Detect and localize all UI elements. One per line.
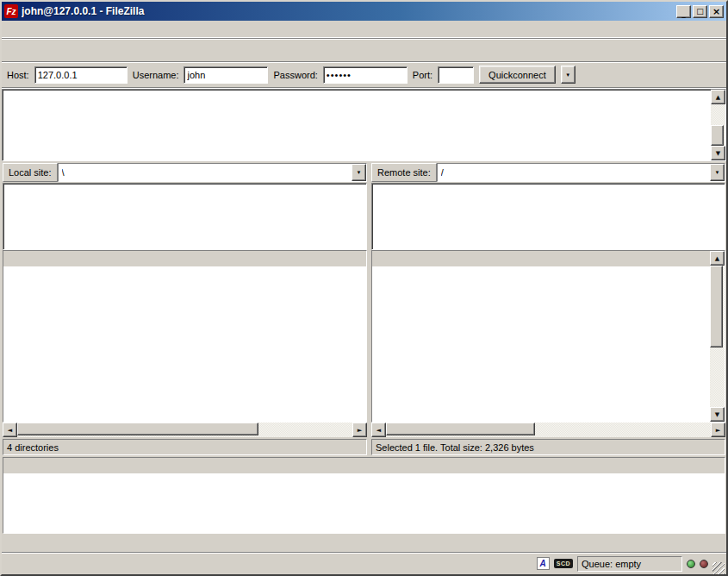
local-site-input[interactable]: [59, 164, 352, 181]
remote-list-header: [372, 251, 710, 266]
password-label: Password:: [273, 70, 317, 80]
activity-led-red-icon: [700, 560, 708, 568]
speed-limit-badge-icon: SCD: [554, 559, 573, 568]
scroll-up-icon[interactable]: ▲: [711, 90, 725, 104]
close-button[interactable]: ×: [709, 5, 724, 18]
remote-site-dropdown[interactable]: ▼: [710, 164, 725, 181]
local-hscroll-thumb[interactable]: [17, 423, 258, 435]
host-input[interactable]: [34, 66, 128, 84]
scroll-right-icon[interactable]: ►: [352, 423, 367, 437]
username-label: Username:: [133, 70, 179, 80]
chevron-down-icon: ▼: [565, 72, 570, 78]
menu-bar: [2, 21, 726, 38]
chevron-down-icon: ▼: [357, 170, 362, 175]
quickconnect-bar: Host: Username: Password: Port: Quickcon…: [2, 62, 726, 88]
quickconnect-button[interactable]: Quickconnect: [479, 66, 556, 84]
local-hscrollbar[interactable]: ◄ ►: [3, 423, 367, 437]
local-pane: Local site: ▼ ◄ ► 4 directories: [3, 163, 367, 455]
host-label: Host:: [7, 70, 29, 80]
scroll-left-icon[interactable]: ◄: [371, 423, 386, 437]
scroll-down-icon[interactable]: ▼: [710, 407, 725, 422]
remote-directory-tree: [371, 183, 725, 250]
local-file-list: [3, 266, 366, 422]
remote-vscroll-thumb[interactable]: [710, 266, 723, 347]
status-bar: A SCD Queue: empty: [2, 552, 726, 574]
local-site-dropdown[interactable]: ▼: [352, 164, 366, 181]
queue-header: [3, 458, 725, 473]
queue-body: [3, 473, 725, 533]
message-log: ▲ ▼: [2, 89, 726, 161]
activity-led-green-icon: [687, 560, 695, 568]
username-input[interactable]: [184, 66, 268, 84]
remote-site-input[interactable]: [438, 164, 710, 181]
scroll-left-icon[interactable]: ◄: [3, 423, 17, 437]
queue-status-text: Queue: empty: [577, 556, 682, 572]
log-vscrollbar[interactable]: ▲ ▼: [711, 90, 725, 160]
port-label: Port:: [413, 70, 432, 80]
log-scroll-thumb[interactable]: [711, 125, 724, 146]
remote-file-list: [372, 266, 710, 422]
maximize-button[interactable]: □: [693, 5, 707, 18]
scroll-up-icon[interactable]: ▲: [710, 251, 725, 266]
scroll-down-icon[interactable]: ▼: [711, 146, 725, 160]
local-list-header: [3, 251, 366, 266]
transfer-queue: [2, 455, 726, 552]
queue-tabs: [3, 534, 725, 552]
remote-vscrollbar[interactable]: ▲ ▼: [710, 251, 725, 422]
remote-site-label: Remote site:: [371, 163, 437, 182]
port-input[interactable]: [438, 66, 474, 84]
title-bar: Fz john@127.0.0.1 - FileZilla _ □ ×: [2, 2, 726, 21]
local-site-label: Local site:: [3, 163, 58, 182]
filezilla-window: Fz john@127.0.0.1 - FileZilla _ □ × Host…: [0, 0, 728, 576]
local-directory-tree: [3, 183, 367, 250]
quickconnect-dropdown-button[interactable]: ▼: [561, 66, 576, 84]
resize-grip[interactable]: [712, 562, 725, 574]
minimize-button[interactable]: _: [676, 5, 691, 18]
chevron-down-icon: ▼: [715, 170, 720, 175]
transfer-type-indicator-icon: A: [537, 557, 550, 570]
password-input[interactable]: [323, 66, 408, 84]
remote-status: Selected 1 file. Total size: 2,326 bytes: [371, 439, 725, 455]
scroll-right-icon[interactable]: ►: [711, 423, 725, 437]
local-status: 4 directories: [3, 439, 367, 455]
remote-hscroll-thumb[interactable]: [386, 423, 535, 435]
toolbar: [2, 38, 726, 62]
remote-hscrollbar[interactable]: ◄ ►: [371, 423, 725, 437]
main-area: Local site: ▼ ◄ ► 4 directories: [2, 162, 726, 455]
window-title: john@127.0.0.1 - FileZilla: [22, 5, 673, 17]
remote-pane: Remote site: ▼ ▲ ▼ ◄: [371, 163, 725, 455]
filezilla-logo-icon: Fz: [4, 4, 18, 18]
